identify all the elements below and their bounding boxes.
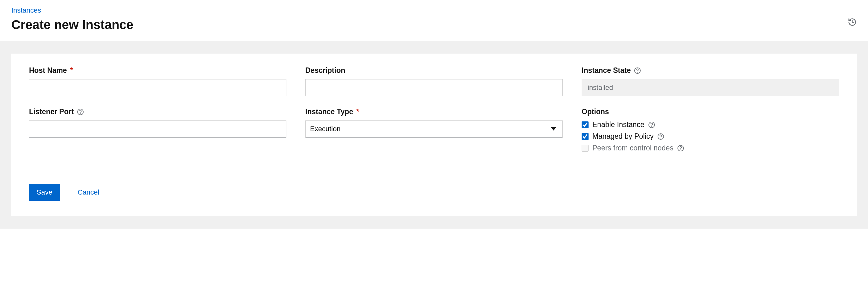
- listener-port-label: Listener Port: [29, 107, 286, 116]
- managed-by-policy-option: Managed by Policy: [582, 132, 839, 141]
- help-icon[interactable]: [657, 133, 664, 140]
- host-name-label-text: Host Name: [29, 66, 67, 75]
- enable-instance-label: Enable Instance: [592, 121, 644, 129]
- svg-point-1: [637, 72, 638, 72]
- description-field-group: Description: [305, 66, 563, 96]
- instance-state-label: Instance State: [582, 66, 839, 75]
- enable-instance-checkbox[interactable]: [582, 121, 589, 128]
- help-icon[interactable]: [634, 67, 641, 74]
- help-icon[interactable]: [77, 108, 84, 116]
- svg-point-10: [680, 150, 681, 150]
- options-field-group: Options Enable Instance Managed by Polic…: [582, 107, 839, 152]
- svg-point-6: [651, 126, 652, 127]
- instance-type-label-text: Instance Type: [305, 107, 353, 116]
- instance-state-field-group: Instance State: [582, 66, 839, 96]
- instance-state-label-text: Instance State: [582, 66, 631, 75]
- required-indicator: *: [70, 66, 73, 75]
- host-name-input[interactable]: [29, 79, 286, 96]
- description-input[interactable]: [305, 79, 563, 96]
- instance-type-field-group: Instance Type *: [305, 107, 563, 152]
- listener-port-input[interactable]: [29, 121, 286, 137]
- required-indicator: *: [356, 107, 359, 116]
- enable-instance-option: Enable Instance: [582, 121, 839, 129]
- instance-type-select[interactable]: [305, 121, 563, 137]
- instance-type-label: Instance Type *: [305, 107, 563, 116]
- cancel-button[interactable]: Cancel: [78, 188, 99, 196]
- managed-by-policy-checkbox[interactable]: [582, 133, 589, 140]
- help-icon[interactable]: [677, 145, 684, 152]
- peers-from-control-checkbox: [582, 145, 589, 152]
- help-icon[interactable]: [648, 121, 655, 128]
- svg-point-3: [80, 113, 81, 114]
- host-name-field-group: Host Name *: [29, 66, 286, 96]
- breadcrumb-instances[interactable]: Instances: [11, 6, 41, 14]
- host-name-label: Host Name *: [29, 66, 286, 75]
- save-button[interactable]: Save: [29, 184, 60, 201]
- svg-point-8: [660, 138, 661, 138]
- create-instance-form-card: Host Name * Description Instance State: [11, 54, 857, 216]
- description-label: Description: [305, 66, 563, 75]
- managed-by-policy-label: Managed by Policy: [592, 132, 653, 141]
- page-title: Create new Instance: [11, 17, 857, 32]
- peers-from-control-label: Peers from control nodes: [592, 144, 673, 152]
- peers-from-control-option: Peers from control nodes: [582, 144, 839, 152]
- instance-state-input: [582, 79, 839, 96]
- description-label-text: Description: [305, 66, 345, 75]
- listener-port-field-group: Listener Port: [29, 107, 286, 152]
- listener-port-label-text: Listener Port: [29, 107, 74, 116]
- history-icon[interactable]: [848, 18, 857, 27]
- options-heading-text: Options: [582, 107, 609, 116]
- options-heading: Options: [582, 107, 839, 116]
